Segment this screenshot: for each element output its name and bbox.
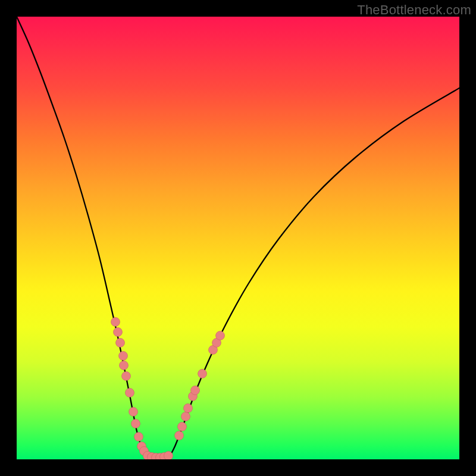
data-dot <box>164 452 173 460</box>
data-dot <box>184 404 193 413</box>
data-dot <box>111 318 120 327</box>
right-curve <box>169 88 459 457</box>
data-dot <box>181 412 190 421</box>
data-dot <box>216 331 225 340</box>
curve-layer <box>17 17 459 459</box>
data-dot <box>191 386 200 395</box>
data-dot <box>126 389 134 397</box>
data-dot <box>114 328 123 337</box>
data-dot <box>131 419 140 428</box>
data-dot <box>116 339 125 347</box>
data-dot <box>134 433 143 441</box>
chart-svg <box>17 17 459 459</box>
data-dot <box>175 431 184 440</box>
data-dot <box>122 372 131 381</box>
data-dot <box>129 408 138 416</box>
data-dot <box>178 422 187 431</box>
data-dot <box>198 369 207 378</box>
data-dot <box>120 361 129 370</box>
scatter-dots <box>111 318 225 460</box>
outer-frame: TheBottleneck.com <box>0 0 476 476</box>
data-dot <box>119 352 128 361</box>
plot-area <box>17 17 459 459</box>
watermark-text: TheBottleneck.com <box>357 2 471 18</box>
